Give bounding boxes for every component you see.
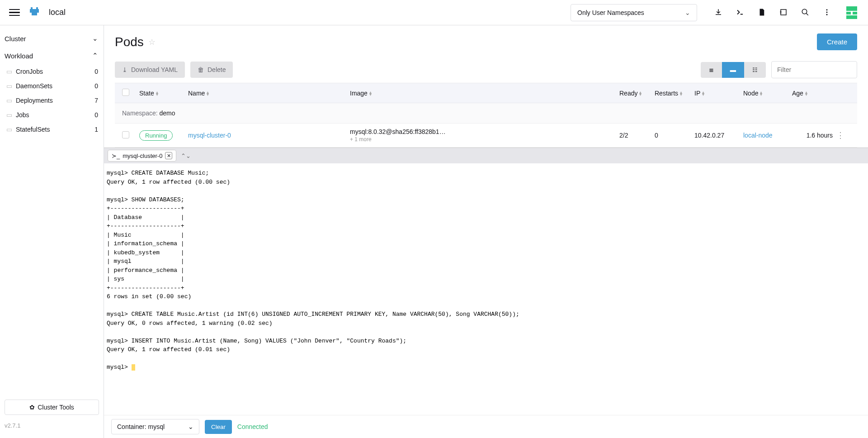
sidebar-group-cluster[interactable]: Cluster ⌄ bbox=[0, 30, 104, 47]
namespace-selector[interactable]: Only User Namespaces ⌄ bbox=[571, 4, 697, 21]
col-node[interactable]: Node▴▾ bbox=[743, 90, 788, 97]
create-button[interactable]: Create bbox=[817, 33, 857, 50]
col-age[interactable]: Age▴▾ bbox=[792, 90, 833, 97]
terminal-footer: Container: mysql ⌄ Clear Connected bbox=[104, 415, 868, 438]
chevron-down-icon: ⌄ bbox=[685, 9, 690, 16]
col-name[interactable]: Name▴▾ bbox=[188, 90, 346, 97]
col-ip[interactable]: IP▴▾ bbox=[694, 90, 740, 97]
rancher-logo-icon bbox=[29, 6, 40, 19]
svg-rect-5 bbox=[846, 6, 857, 11]
svg-rect-7 bbox=[853, 12, 857, 14]
row-kebab-menu-icon[interactable]: ⋮ bbox=[836, 130, 850, 140]
sidebar-group-workload[interactable]: Workload ⌃ bbox=[0, 47, 104, 64]
sort-icon: ▴▾ bbox=[207, 91, 209, 95]
pod-name-link[interactable]: mysql-cluster-0 bbox=[188, 132, 231, 139]
pod-restarts: 0 bbox=[655, 132, 691, 139]
select-all-checkbox[interactable] bbox=[122, 89, 129, 96]
sort-icon: ▴▾ bbox=[639, 91, 642, 95]
col-ready[interactable]: Ready▴▾ bbox=[619, 90, 651, 97]
sort-icon: ▴▾ bbox=[156, 91, 158, 95]
download-yaml-button[interactable]: ⤓ Download YAML bbox=[115, 62, 185, 78]
pod-node-link[interactable]: local-node bbox=[743, 132, 773, 139]
sidebar-group-label: Workload bbox=[5, 52, 33, 60]
pod-age: 1.6 hours bbox=[792, 132, 833, 139]
view-compact-icon[interactable]: ☷ bbox=[744, 62, 766, 78]
cluster-tools-button[interactable]: ✿ Cluster Tools bbox=[5, 400, 99, 415]
sidebar-item-count: 0 bbox=[94, 111, 98, 119]
sidebar-item-jobs[interactable]: ▭ Jobs 0 bbox=[0, 108, 104, 122]
search-icon[interactable] bbox=[801, 8, 810, 17]
svg-point-2 bbox=[826, 9, 828, 10]
user-avatar[interactable] bbox=[844, 5, 859, 20]
view-list-icon[interactable]: ≣ bbox=[701, 62, 722, 78]
page-title-text: Pods bbox=[115, 35, 144, 49]
table-row: Running mysql-cluster-0 mysql:8.0.32@sha… bbox=[115, 124, 857, 148]
connection-status: Connected bbox=[237, 423, 268, 430]
view-namespace-icon[interactable]: ▬ bbox=[722, 62, 744, 78]
file-icon[interactable] bbox=[758, 8, 767, 17]
sidebar-item-cronjobs[interactable]: ▭ CronJobs 0 bbox=[0, 64, 104, 79]
delete-button[interactable]: 🗑 Delete bbox=[190, 62, 233, 78]
col-state[interactable]: State▴▾ bbox=[139, 90, 184, 97]
terminal-tabs: ≻_ mysql-cluster-0 ✕ ⌃⌄ bbox=[104, 148, 868, 163]
col-image[interactable]: Image▴▾ bbox=[350, 90, 616, 97]
kebab-menu-icon[interactable] bbox=[823, 8, 832, 17]
namespace-prefix: Namespace: bbox=[122, 110, 159, 117]
header: local Only User Namespaces ⌄ bbox=[0, 0, 868, 25]
cluster-name[interactable]: local bbox=[49, 8, 66, 17]
delete-label: Delete bbox=[208, 66, 226, 73]
terminal-cursor bbox=[132, 364, 135, 371]
gear-icon: ✿ bbox=[29, 404, 35, 411]
favorite-star-icon[interactable]: ☆ bbox=[148, 37, 156, 47]
terminal-collapse-icon[interactable]: ⌃⌄ bbox=[181, 152, 191, 159]
pod-ready: 2/2 bbox=[619, 132, 651, 139]
pods-table: State▴▾ Name▴▾ Image▴▾ Ready▴▾ Restarts▴… bbox=[115, 83, 857, 148]
svg-point-1 bbox=[802, 9, 807, 14]
terminal-tab[interactable]: ≻_ mysql-cluster-0 ✕ bbox=[108, 150, 176, 162]
filter-input[interactable] bbox=[771, 61, 857, 78]
sidebar-item-count: 0 bbox=[94, 82, 98, 90]
folder-icon: ▭ bbox=[6, 68, 12, 75]
sort-icon: ▴▾ bbox=[369, 91, 372, 95]
sidebar-item-deployments[interactable]: ▭ Deployments 7 bbox=[0, 93, 104, 108]
row-checkbox[interactable] bbox=[122, 131, 129, 138]
sidebar-item-count: 1 bbox=[94, 126, 98, 133]
svg-rect-8 bbox=[846, 15, 857, 19]
sidebar-item-label: CronJobs bbox=[16, 68, 91, 75]
menu-toggle[interactable] bbox=[9, 7, 20, 18]
terminal-output[interactable]: mysql> CREATE DATABASE Music; Query OK, … bbox=[104, 163, 868, 415]
clear-button[interactable]: Clear bbox=[205, 420, 232, 434]
pod-image: mysql:8.0.32@sha256:ff3828b1… bbox=[350, 128, 616, 135]
folder-icon: ▭ bbox=[6, 82, 12, 90]
folder-icon: ▭ bbox=[6, 126, 12, 133]
container-selector-label: Container: mysql bbox=[117, 423, 165, 430]
container-selector[interactable]: Container: mysql ⌄ bbox=[111, 419, 199, 434]
folder-icon: ▭ bbox=[6, 97, 12, 104]
page-title: Pods ☆ bbox=[115, 35, 156, 49]
sort-icon: ▴▾ bbox=[760, 91, 762, 95]
sort-icon: ▴▾ bbox=[805, 91, 807, 95]
sidebar-item-statefulsets[interactable]: ▭ StatefulSets 1 bbox=[0, 122, 104, 137]
folder-icon: ▭ bbox=[6, 111, 12, 119]
version-label: v2.7.1 bbox=[0, 418, 104, 433]
shell-icon[interactable] bbox=[736, 8, 745, 17]
import-icon[interactable] bbox=[714, 8, 723, 17]
sidebar-item-daemonsets[interactable]: ▭ DaemonSets 0 bbox=[0, 79, 104, 93]
namespace-row: Namespace: demo bbox=[115, 103, 857, 124]
sidebar-item-label: Jobs bbox=[16, 111, 91, 119]
sidebar-item-label: DaemonSets bbox=[16, 82, 91, 90]
sidebar-item-count: 0 bbox=[94, 68, 98, 75]
namespace-selector-label: Only User Namespaces bbox=[577, 9, 644, 16]
state-badge: Running bbox=[139, 130, 173, 141]
chevron-down-icon: ⌄ bbox=[188, 423, 193, 430]
kubeconfig-icon[interactable] bbox=[779, 8, 788, 17]
sidebar-item-label: StatefulSets bbox=[16, 126, 91, 133]
download-icon: ⤓ bbox=[122, 66, 127, 73]
close-tab-icon[interactable]: ✕ bbox=[165, 152, 172, 159]
terminal-tab-label: mysql-cluster-0 bbox=[123, 152, 162, 159]
terminal-text: mysql> CREATE DATABASE Music; Query OK, … bbox=[107, 170, 519, 371]
view-toggle: ≣ ▬ ☷ bbox=[701, 62, 766, 78]
pod-image-more: + 1 more bbox=[350, 136, 616, 143]
col-restarts[interactable]: Restarts▴▾ bbox=[655, 90, 691, 97]
table-header: State▴▾ Name▴▾ Image▴▾ Ready▴▾ Restarts▴… bbox=[115, 83, 857, 103]
